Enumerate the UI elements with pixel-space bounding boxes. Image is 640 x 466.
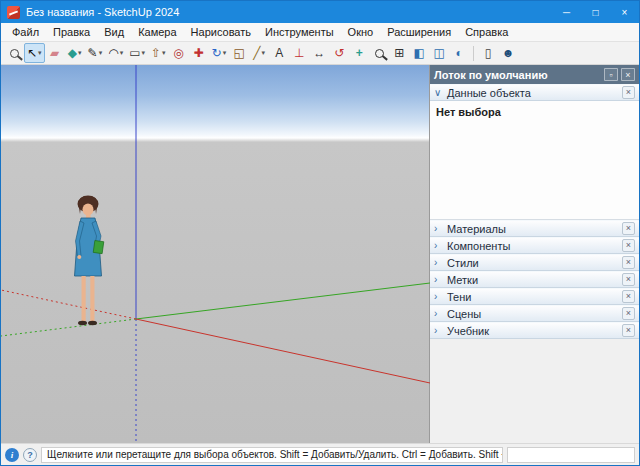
sketchup-logo-icon bbox=[7, 6, 20, 19]
tray-section-entity-info[interactable]: ∨Данные объекта× bbox=[430, 84, 639, 101]
select-icon: ↖ bbox=[27, 47, 37, 59]
tray-section-styles[interactable]: ›Стили× bbox=[430, 254, 639, 271]
move-icon: ✚ bbox=[194, 47, 204, 59]
zoom-extents-tool[interactable]: ⊞ bbox=[389, 43, 409, 63]
sign-in-tool[interactable]: ☻ bbox=[498, 43, 518, 63]
close-section-icon[interactable]: × bbox=[622, 273, 635, 286]
rectangle-tool[interactable]: ▭▾ bbox=[126, 43, 148, 63]
orbit-tool[interactable]: ↺ bbox=[329, 43, 349, 63]
title-bar: Без названия - SketchUp 2024 ─ □ × bbox=[1, 1, 639, 23]
viewport-3d[interactable] bbox=[1, 65, 430, 443]
paint-bucket-tool[interactable]: ◆▾ bbox=[65, 43, 85, 63]
tray-section-content: Нет выбора bbox=[430, 101, 639, 220]
new-document-icon: ▯ bbox=[485, 47, 492, 59]
line-tool[interactable]: ✎▾ bbox=[85, 43, 106, 63]
tray-section-label: Компоненты bbox=[447, 240, 622, 252]
close-section-icon[interactable]: × bbox=[622, 86, 635, 99]
menu-file[interactable]: Файл bbox=[5, 24, 46, 40]
pan-tool[interactable]: + bbox=[349, 43, 369, 63]
styles-icon: ◧ bbox=[414, 47, 425, 59]
close-button[interactable]: × bbox=[610, 1, 639, 23]
menu-help[interactable]: Справка bbox=[458, 24, 515, 40]
menu-window[interactable]: Окно bbox=[341, 24, 381, 40]
close-section-icon[interactable]: × bbox=[622, 324, 635, 337]
select-tool[interactable]: ↖▾ bbox=[24, 43, 45, 63]
default-tray-panel: Лоток по умолчанию ▫ × ∨Данные объекта×Н… bbox=[430, 65, 639, 443]
tray-section-materials[interactable]: ›Материалы× bbox=[430, 220, 639, 237]
chevron-right-icon: › bbox=[434, 292, 447, 302]
views-tool[interactable]: ◫ bbox=[429, 43, 449, 63]
shadows-tool[interactable]: ◐ bbox=[449, 43, 469, 63]
tray-header[interactable]: Лоток по умолчанию ▫ × bbox=[430, 65, 639, 84]
dropdown-caret-icon[interactable]: ▾ bbox=[120, 49, 124, 57]
tray-section-label: Учебник bbox=[447, 325, 622, 337]
scale-figure[interactable] bbox=[75, 196, 104, 326]
chevron-right-icon: › bbox=[434, 326, 447, 336]
dropdown-caret-icon[interactable]: ▾ bbox=[78, 49, 82, 57]
menu-draw[interactable]: Нарисовать bbox=[184, 24, 258, 40]
dropdown-caret-icon[interactable]: ▾ bbox=[262, 49, 266, 57]
search-tool[interactable] bbox=[4, 43, 24, 63]
tray-section-label: Материалы bbox=[447, 223, 622, 235]
eraser-icon: ▰ bbox=[50, 47, 59, 59]
close-section-icon[interactable]: × bbox=[622, 256, 635, 269]
status-hint-text: Щелкните или перетащите для выбора объек… bbox=[41, 447, 503, 463]
tray-section-instructor[interactable]: ›Учебник× bbox=[430, 322, 639, 339]
scale-tool[interactable]: ◱ bbox=[229, 43, 249, 63]
measurements-input[interactable] bbox=[507, 447, 635, 463]
eraser-tool[interactable]: ▰ bbox=[45, 43, 65, 63]
chevron-down-icon: ∨ bbox=[434, 88, 447, 98]
axes-tool[interactable]: ⊥ bbox=[289, 43, 309, 63]
zoom-tool[interactable] bbox=[369, 43, 389, 63]
status-bar: i ? Щелкните или перетащите для выбора о… bbox=[1, 443, 639, 465]
chevron-right-icon: › bbox=[434, 275, 447, 285]
menu-tools[interactable]: Инструменты bbox=[258, 24, 341, 40]
tray-section-scenes[interactable]: ›Сцены× bbox=[430, 305, 639, 322]
close-section-icon[interactable]: × bbox=[622, 307, 635, 320]
close-section-icon[interactable]: × bbox=[622, 222, 635, 235]
scale-icon: ◱ bbox=[234, 47, 245, 59]
sketchup-window: Без названия - SketchUp 2024 ─ □ × ФайлП… bbox=[0, 0, 640, 466]
tray-section-tags[interactable]: ›Метки× bbox=[430, 271, 639, 288]
search-icon bbox=[10, 49, 19, 58]
dimensions-tool[interactable]: ↔ bbox=[309, 43, 329, 63]
menu-edit[interactable]: Правка bbox=[46, 24, 97, 40]
info-icon[interactable]: i bbox=[5, 448, 19, 462]
tray-section-label: Стили bbox=[447, 257, 622, 269]
move-tool[interactable]: ✚ bbox=[189, 43, 209, 63]
close-section-icon[interactable]: × bbox=[622, 239, 635, 252]
dropdown-caret-icon[interactable]: ▾ bbox=[99, 49, 103, 57]
menu-view[interactable]: Вид bbox=[97, 24, 131, 40]
styles-tool[interactable]: ◧ bbox=[409, 43, 429, 63]
arc-tool[interactable]: ◠▾ bbox=[105, 43, 126, 63]
dropdown-caret-icon[interactable]: ▾ bbox=[223, 49, 227, 57]
dropdown-caret-icon[interactable]: ▾ bbox=[142, 49, 146, 57]
drawing-axes bbox=[1, 65, 430, 445]
tray-section-components[interactable]: ›Компоненты× bbox=[430, 237, 639, 254]
rectangle-icon: ▭ bbox=[129, 47, 140, 59]
tray-section-shadows[interactable]: ›Тени× bbox=[430, 288, 639, 305]
new-document-tool[interactable]: ▯ bbox=[478, 43, 498, 63]
chevron-right-icon: › bbox=[434, 241, 447, 251]
views-icon: ◫ bbox=[434, 47, 445, 59]
axes-icon: ⊥ bbox=[294, 47, 304, 59]
line-icon: ✎ bbox=[88, 47, 98, 59]
help-icon[interactable]: ? bbox=[23, 448, 37, 462]
push-pull-tool[interactable]: ⇧▾ bbox=[148, 43, 169, 63]
no-selection-text: Нет выбора bbox=[436, 106, 633, 118]
maximize-button[interactable]: □ bbox=[581, 1, 610, 23]
dropdown-caret-icon[interactable]: ▾ bbox=[162, 49, 166, 57]
menu-extensions[interactable]: Расширения bbox=[380, 24, 458, 40]
tray-close-icon[interactable]: × bbox=[621, 68, 635, 81]
dropdown-caret-icon[interactable]: ▾ bbox=[38, 49, 42, 57]
tray-pin-icon[interactable]: ▫ bbox=[604, 68, 618, 81]
close-section-icon[interactable]: × bbox=[622, 290, 635, 303]
text-tool[interactable]: A bbox=[269, 43, 289, 63]
pan-icon: + bbox=[356, 47, 363, 59]
toolbar-separator bbox=[473, 46, 474, 61]
rotate-tool[interactable]: ↻▾ bbox=[209, 43, 230, 63]
menu-camera[interactable]: Камера bbox=[131, 24, 183, 40]
minimize-button[interactable]: ─ bbox=[552, 1, 581, 23]
tape-measure-tool[interactable]: ╱▾ bbox=[249, 43, 269, 63]
offset-tool[interactable]: ◎ bbox=[169, 43, 189, 63]
